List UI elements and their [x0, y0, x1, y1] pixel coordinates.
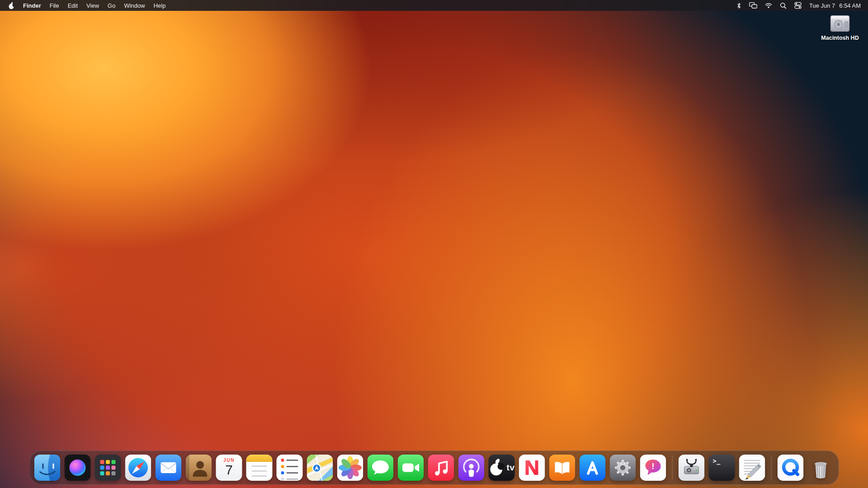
- contacts-icon: [186, 455, 212, 481]
- dock-item-textedit[interactable]: [739, 455, 765, 481]
- notes-icon: [246, 455, 273, 481]
- finder-icon: [34, 455, 61, 481]
- dock-item-reminders[interactable]: [277, 455, 303, 481]
- spotlight-icon[interactable]: [780, 2, 787, 9]
- menu-help[interactable]: Help: [154, 2, 166, 9]
- apple-icon: [8, 2, 14, 9]
- dock-item-books[interactable]: [549, 455, 576, 481]
- dock-item-terminal[interactable]: >_: [709, 455, 735, 481]
- menu-finder[interactable]: Finder: [23, 2, 41, 9]
- disk-utility-icon: [679, 455, 705, 481]
- menu-edit[interactable]: Edit: [68, 2, 78, 9]
- menu-time: 6:54 AM: [839, 2, 861, 9]
- reminders-icon: [277, 455, 303, 481]
- app-store-icon: [580, 455, 606, 481]
- dock-item-feedback-assistant[interactable]: !: [640, 455, 666, 481]
- control-center-icon[interactable]: [794, 2, 802, 9]
- desktop-wallpaper[interactable]: [0, 0, 868, 488]
- menu-window[interactable]: Window: [124, 2, 145, 9]
- trash-icon: [808, 455, 834, 481]
- dock-item-mail[interactable]: [156, 455, 182, 481]
- menu-file[interactable]: File: [50, 2, 59, 9]
- feedback-exclaim: !: [651, 461, 654, 471]
- dock-item-app-store[interactable]: [580, 455, 606, 481]
- textedit-icon: [739, 455, 765, 481]
- dock-item-trash[interactable]: [808, 455, 834, 481]
- menu-date: Tue Jun 7: [809, 2, 835, 9]
- dock-item-news[interactable]: [519, 455, 545, 481]
- dock-item-launchpad[interactable]: [95, 455, 121, 481]
- terminal-icon: >_: [709, 455, 735, 481]
- dock-item-podcasts[interactable]: [458, 455, 485, 481]
- podcasts-icon: [458, 455, 485, 481]
- quicktime-icon: [778, 455, 804, 481]
- desktop-icon-label: Macintosh HD: [821, 35, 859, 41]
- dock-item-music[interactable]: [428, 455, 454, 481]
- menu-clock[interactable]: Tue Jun 7 6:54 AM: [809, 2, 861, 9]
- apple-logo-icon: [489, 455, 506, 481]
- dock-item-calendar[interactable]: JUN 7: [216, 455, 242, 481]
- feedback-assistant-icon: !: [640, 455, 666, 481]
- dock-item-disk-utility[interactable]: [679, 455, 705, 481]
- tv-label: tv: [507, 463, 515, 473]
- dock-item-safari[interactable]: [125, 455, 151, 481]
- calendar-day-label: 7: [225, 463, 233, 477]
- dock-item-finder[interactable]: [34, 455, 61, 481]
- menu-view[interactable]: View: [86, 2, 99, 9]
- messages-icon: [368, 455, 394, 481]
- system-settings-icon: [610, 455, 636, 481]
- desktop-icon-macintosh-hd[interactable]: Macintosh HD: [817, 14, 863, 41]
- facetime-icon: [398, 455, 424, 481]
- terminal-prompt: >_: [713, 457, 721, 465]
- menu-go[interactable]: Go: [108, 2, 115, 9]
- hard-drive-icon: [829, 14, 851, 33]
- dock-item-notes[interactable]: [246, 455, 273, 481]
- launchpad-icon: [95, 455, 121, 481]
- news-icon: [519, 455, 545, 481]
- dock-item-tv[interactable]: tv: [489, 455, 515, 481]
- calendar-icon: JUN 7: [216, 455, 242, 481]
- dock-item-system-settings[interactable]: [610, 455, 636, 481]
- mail-icon: [156, 455, 182, 481]
- maps-icon: [307, 455, 333, 481]
- siri-icon: [65, 455, 91, 481]
- wifi-icon[interactable]: [765, 3, 772, 8]
- safari-icon: [125, 455, 151, 481]
- apple-menu[interactable]: [8, 2, 14, 9]
- dock-item-facetime[interactable]: [398, 455, 424, 481]
- display-mirroring-icon[interactable]: [749, 2, 757, 9]
- dock-separator: [672, 455, 673, 480]
- dock-item-siri[interactable]: [65, 455, 91, 481]
- music-icon: [428, 455, 454, 481]
- dock-item-photos[interactable]: [337, 455, 363, 481]
- dock-item-quicktime-player[interactable]: [778, 455, 804, 481]
- dock-separator: [771, 455, 772, 480]
- apple-tv-icon: tv: [489, 455, 515, 481]
- dock-item-messages[interactable]: [368, 455, 394, 481]
- screen: Finder File Edit View Go Window Help: [0, 0, 868, 488]
- menu-bar: Finder File Edit View Go Window Help: [0, 0, 868, 11]
- dock: JUN 7: [29, 450, 839, 485]
- photos-icon: [337, 455, 363, 481]
- dock-item-contacts[interactable]: [186, 455, 212, 481]
- bluetooth-icon[interactable]: [736, 2, 741, 9]
- dock-item-maps[interactable]: [307, 455, 333, 481]
- books-icon: [549, 455, 576, 481]
